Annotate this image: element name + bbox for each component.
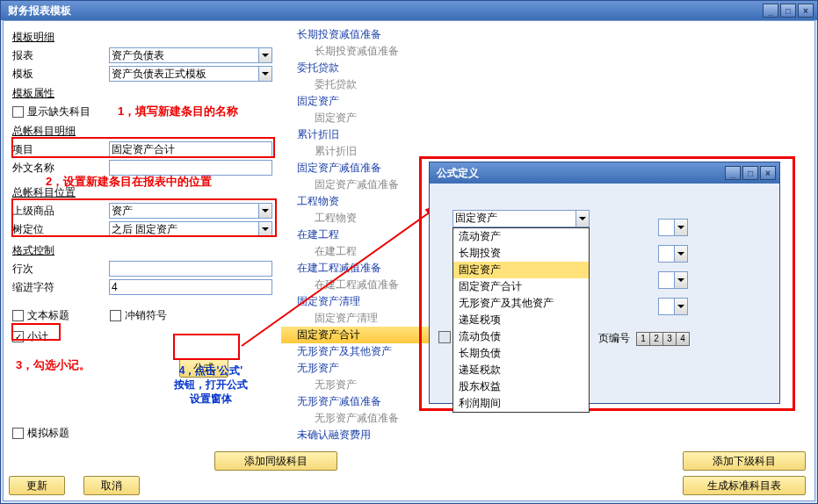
sign-combo-2[interactable]: [658, 245, 688, 263]
formula-item-dropdown[interactable]: 流动资产长期投资固定资产固定资产合计无形资产及其他资产递延税项流动负债长期负债递…: [452, 227, 590, 413]
indent-input[interactable]: [109, 279, 272, 295]
tree-item[interactable]: 委托贷款: [281, 60, 452, 76]
chevron-down-icon[interactable]: [674, 245, 688, 263]
chevron-down-icon[interactable]: [258, 47, 272, 63]
tree-item[interactable]: 长期投资减值准备: [281, 26, 452, 43]
report-combo[interactable]: 资产负债表: [109, 47, 272, 63]
treepos-combo[interactable]: 之后 固定资产: [109, 221, 272, 237]
tree-item[interactable]: 长期投资减值准备: [281, 43, 452, 60]
tree-item[interactable]: 累计折旧: [281, 126, 452, 143]
treepos-label: 树定位: [12, 222, 109, 237]
sign-combo-3[interactable]: [658, 271, 688, 289]
close-button[interactable]: ×: [798, 4, 814, 18]
tree-item[interactable]: 累计折旧: [281, 143, 452, 160]
tree-item[interactable]: 固定资产: [281, 110, 452, 126]
dropdown-option[interactable]: 流动负债: [453, 328, 589, 345]
dialog-close-button[interactable]: ×: [760, 166, 776, 180]
tree-item[interactable]: 固定资产合计: [281, 327, 452, 343]
item-input[interactable]: [109, 141, 272, 157]
section-format: 格式控制: [12, 243, 272, 258]
tree-item[interactable]: 在建工程: [281, 243, 452, 260]
tree-item[interactable]: 无形资产: [281, 360, 452, 377]
foreign-input[interactable]: [109, 160, 272, 176]
dlg-sign4-row: [658, 298, 688, 315]
dialog-maximize-button[interactable]: □: [742, 166, 758, 180]
subtotal-checkbox[interactable]: [12, 331, 24, 342]
left-panel: 模板明细 报表 资产负债表 模板 资产负债表正式模板 模板属性 显示缺失科目: [4, 21, 281, 443]
show-missing-checkbox[interactable]: [12, 106, 24, 118]
page-1[interactable]: 1: [636, 332, 650, 346]
dialog-minimize-button[interactable]: _: [725, 166, 741, 180]
uplevel-combo[interactable]: 资产: [109, 203, 272, 219]
dropdown-option[interactable]: 利润期间: [453, 395, 589, 412]
page-toggle[interactable]: [438, 331, 451, 343]
uplevel-value: 资产: [109, 203, 258, 219]
sign-combo-1[interactable]: [658, 219, 688, 236]
dropdown-option[interactable]: 固定资产合计: [453, 278, 589, 295]
tree-item[interactable]: 无形资产减值准备: [281, 410, 452, 427]
reverse-sign-checkbox[interactable]: [110, 310, 121, 321]
template-label: 模板: [12, 67, 109, 82]
tree-item[interactable]: 固定资产减值准备: [281, 176, 452, 193]
dropdown-option[interactable]: 递延税款: [453, 362, 589, 378]
chevron-down-icon[interactable]: [575, 210, 590, 227]
row-treepos: 树定位 之后 固定资产: [12, 220, 272, 238]
page-2[interactable]: 2: [649, 332, 663, 346]
text-title-checkbox[interactable]: [12, 310, 24, 321]
chevron-down-icon[interactable]: [258, 66, 272, 82]
dropdown-option[interactable]: 长期投资: [453, 245, 589, 262]
tree-item[interactable]: 固定资产清理: [281, 310, 452, 327]
tree-item[interactable]: 固定资产: [281, 93, 452, 110]
update-button[interactable]: 更新: [9, 476, 65, 495]
tree-item[interactable]: 在建工程减值准备: [281, 277, 452, 293]
row-mock: 模拟标题: [12, 424, 272, 442]
tree-item[interactable]: 在建工程: [281, 227, 452, 243]
tree-panel: 长期投资减值准备长期投资减值准备委托贷款委托贷款固定资产固定资产累计折旧累计折旧…: [281, 21, 452, 443]
sign-combo-4[interactable]: [658, 298, 688, 315]
chevron-down-icon[interactable]: [258, 203, 272, 219]
page-4[interactable]: 4: [676, 332, 690, 346]
rownum-label: 行次: [12, 262, 109, 277]
tree-item[interactable]: 固定资产减值准备: [281, 160, 452, 176]
generate-standard-button[interactable]: 生成标准科目表: [683, 476, 806, 495]
dlg-item-row: 固定资产: [452, 210, 590, 227]
tree-item[interactable]: 未确认融资费用: [281, 427, 452, 443]
template-combo[interactable]: 资产负债表正式模板: [109, 66, 272, 82]
formula-button[interactable]: 公式: [179, 358, 228, 378]
account-tree[interactable]: 长期投资减值准备长期投资减值准备委托贷款委托贷款固定资产固定资产累计折旧累计折旧…: [281, 26, 452, 443]
dialog-body: 固定资产 页编号 1 2 3 4 流动资产长期投: [433, 184, 776, 400]
section-gl-detail: 总帐科目明细: [12, 124, 272, 139]
dropdown-option[interactable]: 股东权益: [453, 378, 589, 395]
dropdown-option[interactable]: 流动资产: [453, 228, 589, 245]
tree-item[interactable]: 在建工程减值准备: [281, 260, 452, 277]
minimize-button[interactable]: _: [763, 4, 778, 18]
formula-item-combo[interactable]: 固定资产: [452, 210, 590, 227]
tree-item[interactable]: 委托贷款: [281, 76, 452, 93]
tree-item[interactable]: 无形资产减值准备: [281, 393, 452, 410]
maximize-button[interactable]: □: [780, 4, 796, 18]
tree-item[interactable]: 工程物资: [281, 193, 452, 210]
rownum-input[interactable]: [109, 261, 272, 277]
chevron-down-icon[interactable]: [674, 271, 688, 289]
dropdown-option[interactable]: 递延税项: [453, 312, 589, 328]
chevron-down-icon[interactable]: [674, 219, 688, 236]
page-3[interactable]: 3: [662, 332, 677, 346]
add-same-level-button[interactable]: 添加同级科目: [214, 451, 337, 471]
mock-title-checkbox[interactable]: [12, 428, 24, 439]
tree-item[interactable]: 无形资产: [281, 377, 452, 393]
titlebar-buttons: _ □ ×: [763, 4, 814, 18]
section-template-attr: 模板属性: [12, 86, 272, 101]
dropdown-option[interactable]: 固定资产: [453, 262, 589, 278]
dropdown-option[interactable]: 长期负债: [453, 345, 589, 362]
item-label: 项目: [12, 142, 109, 157]
tree-item[interactable]: 无形资产及其他资产: [281, 343, 452, 360]
dropdown-option[interactable]: 无形资产及其他资产: [453, 295, 589, 312]
chevron-down-icon[interactable]: [674, 298, 688, 315]
dialog-titlebar: 公式定义 _ □ ×: [430, 162, 779, 184]
cancel-button[interactable]: 取消: [83, 476, 140, 495]
tree-item[interactable]: 工程物资: [281, 210, 452, 227]
add-sub-level-button[interactable]: 添加下级科目: [683, 451, 806, 471]
chevron-down-icon[interactable]: [258, 221, 272, 237]
bottom-bar: 添加同级科目 添加下级科目 更新 取消 生成标准科目表: [4, 448, 814, 500]
tree-item[interactable]: 固定资产清理: [281, 293, 452, 310]
